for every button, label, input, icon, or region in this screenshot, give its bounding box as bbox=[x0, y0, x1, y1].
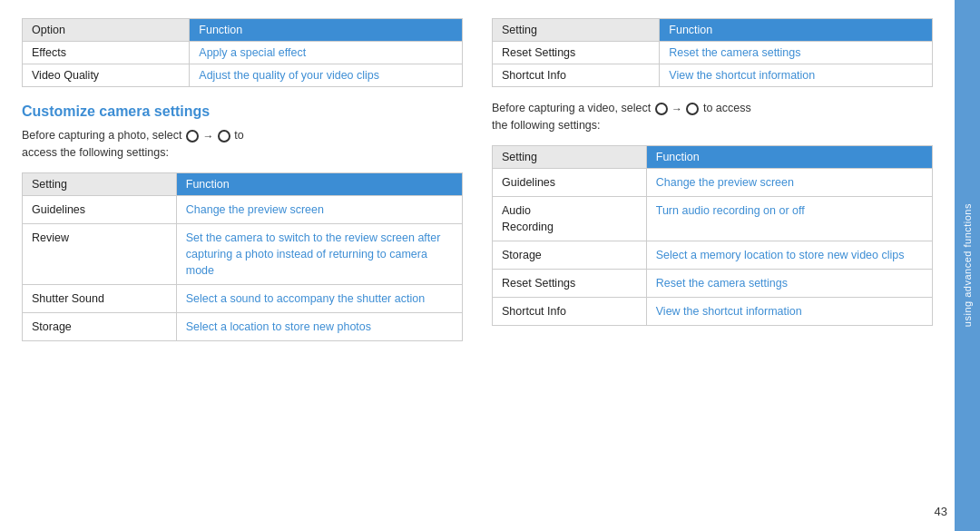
videoquality-function: Adjust the quality of your video clips bbox=[190, 64, 463, 87]
right-shortcutinfo-function: View the shortcut information bbox=[646, 298, 932, 326]
table-row: Shortcut Info View the shortcut informat… bbox=[493, 298, 933, 326]
sidebar-label: using advanced functions bbox=[962, 203, 973, 327]
right-storage-function: Select a memory location to store new vi… bbox=[646, 241, 932, 269]
left-settings-table: Setting Function Guidelines Change the p… bbox=[22, 172, 463, 342]
effects-table: Option Function Effects Apply a special … bbox=[22, 18, 463, 87]
table-row: Storage Select a location to store new p… bbox=[23, 313, 463, 341]
right-top-table: Setting Function Reset Settings Reset th… bbox=[492, 18, 933, 87]
table-row: Effects Apply a special effect bbox=[23, 42, 463, 64]
main-content: Option Function Effects Apply a special … bbox=[0, 0, 955, 531]
videoquality-option: Video Quality bbox=[23, 64, 190, 87]
intro-text-before-icon1: Before capturing a photo, select bbox=[22, 129, 182, 142]
left-intro-paragraph: Before capturing a photo, select → toacc… bbox=[22, 127, 463, 162]
shortcutinfo-setting: Shortcut Info bbox=[493, 64, 660, 87]
table-row: Video Quality Adjust the quality of your… bbox=[23, 64, 463, 87]
section-heading: Customize camera settings bbox=[22, 103, 463, 120]
resetsettings-function: Reset the camera settings bbox=[660, 42, 933, 64]
table-row: AudioRecording Turn audio recording on o… bbox=[493, 196, 933, 241]
table-row: Storage Select a memory location to stor… bbox=[493, 241, 933, 269]
guidelines-setting: Guidelines bbox=[23, 195, 177, 223]
review-setting: Review bbox=[23, 223, 177, 284]
right-resetsettings-setting: Reset Settings bbox=[493, 270, 647, 298]
right-guidelines-function: Change the preview screen bbox=[646, 168, 932, 196]
effects-function: Apply a special effect bbox=[190, 42, 463, 64]
audio-recording-function: Turn audio recording on or off bbox=[646, 196, 932, 241]
sidebar: using advanced functions bbox=[955, 0, 980, 531]
storage-function: Select a location to store new photos bbox=[176, 313, 462, 341]
right-settings-table: Setting Function Guidelines Change the p… bbox=[492, 145, 933, 327]
storage-setting: Storage bbox=[23, 313, 177, 341]
gear-icon-3 bbox=[655, 103, 668, 115]
right-intro-paragraph: Before capturing a video, select → to ac… bbox=[492, 100, 933, 134]
gear-icon-1 bbox=[186, 130, 199, 143]
shuttersound-setting: Shutter Sound bbox=[23, 285, 177, 313]
gear-icon-4 bbox=[686, 103, 699, 115]
right-resetsettings-function: Reset the camera settings bbox=[646, 270, 932, 298]
resetsettings-setting: Reset Settings bbox=[493, 42, 660, 64]
left-function-col-header: Function bbox=[176, 172, 462, 195]
right-top-col1-header: Setting bbox=[493, 19, 660, 42]
right-column: Setting Function Reset Settings Reset th… bbox=[492, 18, 933, 513]
left-column: Option Function Effects Apply a special … bbox=[22, 18, 463, 513]
right-guidelines-setting: Guidelines bbox=[493, 168, 647, 196]
arrow-icon: → bbox=[202, 130, 216, 143]
right-intro-text1: Before capturing a video, select bbox=[492, 102, 651, 114]
right-storage-setting: Storage bbox=[493, 241, 647, 269]
table-row: Reset Settings Reset the camera settings bbox=[493, 270, 933, 298]
guidelines-function: Change the preview screen bbox=[176, 195, 462, 223]
review-function: Set the camera to switch to the review s… bbox=[176, 223, 462, 284]
right-setting-col-header: Setting bbox=[493, 145, 647, 168]
right-function-col-header: Function bbox=[646, 145, 932, 168]
page-number: 43 bbox=[935, 505, 947, 518]
right-top-col2-header: Function bbox=[660, 19, 933, 42]
effects-col1-header: Option bbox=[23, 19, 190, 42]
gear-icon-2 bbox=[218, 130, 230, 143]
right-arrow-icon: → bbox=[671, 103, 685, 115]
table-row: Shutter Sound Select a sound to accompan… bbox=[23, 285, 463, 313]
shortcutinfo-function: View the shortcut information bbox=[660, 64, 933, 87]
table-row: Guidelines Change the preview screen bbox=[23, 195, 463, 223]
audio-recording-setting: AudioRecording bbox=[493, 196, 647, 241]
left-setting-col-header: Setting bbox=[23, 172, 177, 195]
effects-option: Effects bbox=[23, 42, 190, 64]
table-row: Shortcut Info View the shortcut informat… bbox=[493, 64, 933, 87]
shuttersound-function: Select a sound to accompany the shutter … bbox=[176, 285, 462, 313]
table-row: Review Set the camera to switch to the r… bbox=[23, 223, 463, 284]
right-shortcutinfo-setting: Shortcut Info bbox=[493, 298, 647, 326]
table-row: Guidelines Change the preview screen bbox=[493, 168, 933, 196]
table-row: Reset Settings Reset the camera settings bbox=[493, 42, 933, 64]
effects-col2-header: Function bbox=[190, 19, 463, 42]
